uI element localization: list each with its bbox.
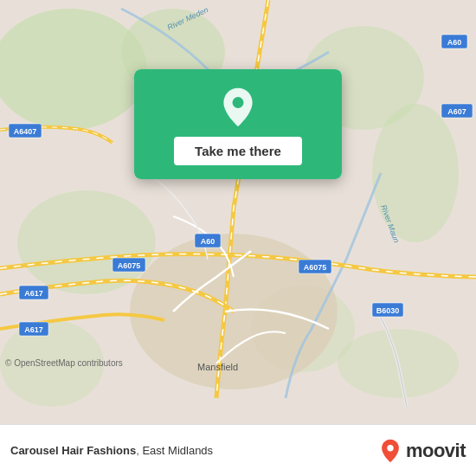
- svg-point-33: [233, 97, 244, 108]
- moovit-pin-icon: [378, 439, 402, 463]
- svg-text:A617: A617: [24, 289, 43, 298]
- map-copyright: © OpenStreetMap contributors: [5, 358, 123, 368]
- svg-text:A6075: A6075: [118, 261, 141, 270]
- svg-text:Mansfield: Mansfield: [197, 362, 238, 372]
- svg-text:A6407: A6407: [14, 127, 37, 136]
- destination-region-text: East Midlands: [142, 444, 213, 457]
- svg-text:A60: A60: [201, 237, 215, 246]
- svg-text:A607: A607: [447, 107, 466, 116]
- svg-text:B6030: B6030: [376, 306, 400, 315]
- take-me-there-button[interactable]: Take me there: [174, 137, 302, 165]
- bottom-info-bar: Carousel Hair Fashions, East Midlands mo…: [0, 424, 476, 476]
- map-area: A60 A60 A6075 A6075 A617 A617 A6407 B603…: [0, 0, 476, 424]
- moovit-brand-text: moovit: [406, 440, 466, 462]
- svg-point-34: [387, 445, 393, 451]
- destination-name: Carousel Hair Fashions: [10, 444, 136, 457]
- destination-info: Carousel Hair Fashions, East Midlands: [10, 444, 213, 457]
- svg-point-5: [17, 190, 156, 294]
- svg-text:A617: A617: [24, 325, 43, 334]
- moovit-logo: moovit: [378, 439, 466, 463]
- location-pin-icon: [217, 87, 259, 128]
- popup-header: Take me there: [134, 69, 342, 179]
- svg-text:A60: A60: [447, 38, 462, 47]
- location-popup: Take me there: [134, 69, 342, 179]
- svg-text:A6075: A6075: [304, 263, 327, 272]
